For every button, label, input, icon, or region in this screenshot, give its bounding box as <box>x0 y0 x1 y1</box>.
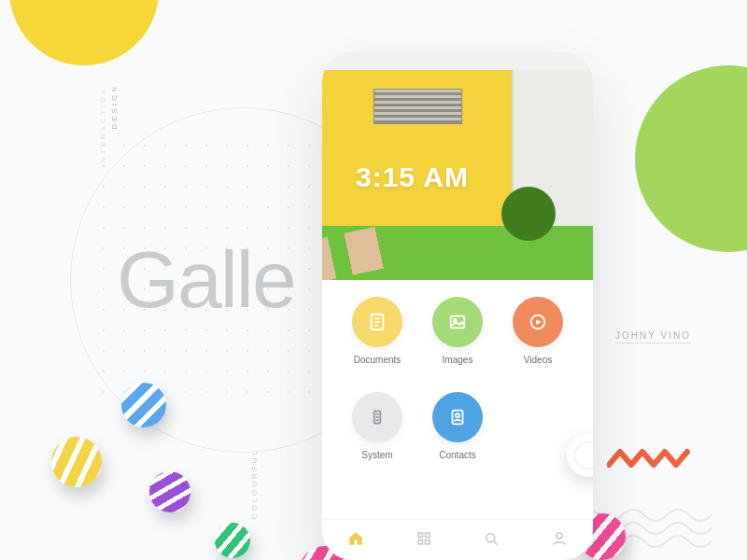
images-icon <box>432 297 483 347</box>
svg-rect-16 <box>425 539 430 544</box>
ball-purple <box>149 471 190 512</box>
videos-icon <box>513 297 563 347</box>
bg-circle-green <box>635 65 747 252</box>
tile-label: Images <box>443 355 473 365</box>
nav-grid[interactable] <box>416 530 432 551</box>
bush-graphic <box>501 187 556 241</box>
documents-icon <box>352 297 402 347</box>
tile-system[interactable]: System <box>352 392 402 483</box>
svg-point-19 <box>557 533 562 539</box>
category-grid: Documents Images Videos System Contacts <box>322 280 593 519</box>
phone-frame: 3:15 AM Documents Images Videos System <box>322 51 593 560</box>
bottom-nav <box>322 519 593 560</box>
svg-rect-14 <box>425 533 430 538</box>
tile-images[interactable]: Images <box>432 297 483 388</box>
tile-label: System <box>361 450 392 460</box>
svg-point-17 <box>486 533 495 541</box>
label-colourful: COLOURFUL <box>250 448 259 519</box>
tile-label: Videos <box>524 355 552 365</box>
ball-green <box>215 523 250 558</box>
svg-rect-13 <box>418 533 423 538</box>
clock-time: 3:15 AM <box>356 161 469 193</box>
hero-image[interactable]: 3:15 AM <box>322 51 593 280</box>
ball-yellow <box>51 437 102 487</box>
label-interaction: INTERACTION <box>99 86 107 167</box>
svg-point-12 <box>456 413 459 417</box>
nav-search[interactable] <box>483 530 500 551</box>
tile-label: Contacts <box>439 450 475 460</box>
svg-rect-15 <box>418 539 423 544</box>
svg-line-18 <box>494 541 498 545</box>
ball-blue <box>121 383 166 427</box>
designer-credit: JOHNY VINO <box>615 330 691 343</box>
nav-profile[interactable] <box>551 530 568 551</box>
label-design: DESIGN <box>110 84 119 130</box>
tile-documents[interactable]: Documents <box>352 297 402 388</box>
zigzag-decoration <box>607 448 691 470</box>
system-icon <box>352 392 402 442</box>
watermark-text: Galle <box>117 233 295 326</box>
contacts-icon <box>432 392 483 442</box>
bg-circle-yellow <box>9 0 159 65</box>
vent-graphic <box>374 89 462 124</box>
tile-contacts[interactable]: Contacts <box>432 392 483 483</box>
tile-videos[interactable]: Videos <box>513 297 563 388</box>
tile-label: Documents <box>354 355 402 365</box>
nav-home[interactable] <box>347 530 364 551</box>
